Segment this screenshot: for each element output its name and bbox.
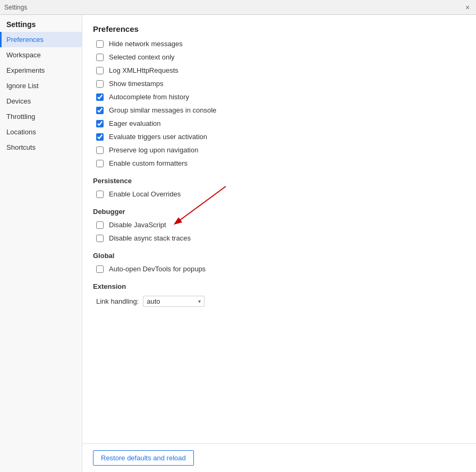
checkbox-row-preserve-log: Preserve log upon navigation [93,146,463,154]
checkbox-hide-network[interactable] [96,40,104,48]
label-evaluate-triggers[interactable]: Evaluate triggers user activation [109,133,207,141]
label-log-xml[interactable]: Log XMLHttpRequests [109,66,178,74]
checkbox-auto-open-devtools[interactable] [96,265,104,273]
restore-defaults-button[interactable]: Restore defaults and reload [93,450,194,466]
sidebar-item-experiments[interactable]: Experiments [0,63,82,78]
label-disable-js[interactable]: Disable JavaScript [109,221,166,229]
checkbox-evaluate-triggers[interactable] [96,133,104,141]
content-scroll[interactable]: Preferences Hide network messages Select… [82,15,476,443]
section-title-preferences: Preferences [93,24,463,33]
content-wrapper: Preferences Hide network messages Select… [93,24,463,328]
sidebar-header: Settings [0,15,82,32]
label-selected-context[interactable]: Selected context only [109,53,175,61]
checkbox-row-disable-js: Disable JavaScript [93,221,463,229]
checkbox-row-group-similar: Group similar messages in console [93,106,463,114]
label-show-timestamps[interactable]: Show timestamps [109,80,164,88]
title-bar: Settings × [0,0,476,15]
subsection-title-global: Global [93,252,463,260]
sidebar-item-shortcuts[interactable]: Shortcuts [0,140,82,155]
checkbox-row-hide-network: Hide network messages [93,40,463,48]
link-handling-select[interactable]: auto open in browser open in IDE [147,297,205,305]
sidebar-item-workspace[interactable]: Workspace [0,47,82,63]
label-custom-formatters[interactable]: Enable custom formatters [109,159,188,167]
checkbox-group-similar[interactable] [96,107,104,114]
checkbox-disable-js[interactable] [96,221,104,229]
checkbox-preserve-log[interactable] [96,147,104,154]
label-group-similar[interactable]: Group similar messages in console [109,106,216,114]
checkbox-row-selected-context: Selected context only [93,53,463,61]
label-local-overrides[interactable]: Enable Local Overrides [109,190,181,198]
checkbox-row-evaluate-triggers: Evaluate triggers user activation [93,133,463,141]
checkbox-log-xml[interactable] [96,67,104,74]
sidebar-item-devices[interactable]: Devices [0,93,82,109]
checkbox-row-auto-open: Auto-open DevTools for popups [93,265,463,273]
sidebar-item-throttling[interactable]: Throttling [0,109,82,124]
checkbox-disable-async[interactable] [96,235,104,242]
label-preserve-log[interactable]: Preserve log upon navigation [109,146,198,154]
title-bar-title: Settings [4,4,27,11]
label-autocomplete[interactable]: Autocomplete from history [109,93,189,101]
sidebar-item-preferences[interactable]: Preferences [0,32,82,47]
checkbox-show-timestamps[interactable] [96,80,104,88]
label-eager-eval[interactable]: Eager evaluation [109,119,161,127]
close-button[interactable]: × [463,3,472,12]
checkbox-row-log-xml: Log XMLHttpRequests [93,66,463,74]
sidebar-item-ignore-list[interactable]: Ignore List [0,78,82,93]
footer-bar: Restore defaults and reload [82,443,476,472]
content-area: Preferences Hide network messages Select… [82,15,476,472]
main-layout: Settings Preferences Workspace Experimen… [0,15,476,472]
sidebar-item-locations[interactable]: Locations [0,124,82,140]
checkbox-local-overrides[interactable] [96,191,104,198]
subsection-title-extension: Extension [93,282,463,290]
checkbox-row-show-timestamps: Show timestamps [93,80,463,88]
field-row-link-handling: Link handling: auto open in browser open… [93,296,463,307]
checkbox-custom-formatters[interactable] [96,160,104,167]
checkbox-row-eager-eval: Eager evaluation [93,119,463,127]
link-handling-select-wrapper[interactable]: auto open in browser open in IDE ▾ [143,296,205,307]
checkbox-row-local-overrides: Enable Local Overrides [93,190,463,198]
subsection-title-persistence: Persistence [93,177,463,185]
checkbox-autocomplete[interactable] [96,93,104,101]
label-auto-open-devtools[interactable]: Auto-open DevTools for popups [109,265,206,273]
checkbox-row-autocomplete: Autocomplete from history [93,93,463,101]
checkbox-row-custom-formatters: Enable custom formatters [93,159,463,167]
sidebar: Settings Preferences Workspace Experimen… [0,15,82,472]
subsection-title-debugger: Debugger [93,208,463,216]
checkbox-eager-eval[interactable] [96,120,104,127]
label-disable-async[interactable]: Disable async stack traces [109,234,191,242]
checkbox-selected-context[interactable] [96,54,104,61]
checkbox-row-disable-async: Disable async stack traces [93,234,463,242]
field-label-link-handling: Link handling: [96,297,139,305]
label-hide-network[interactable]: Hide network messages [109,40,183,48]
